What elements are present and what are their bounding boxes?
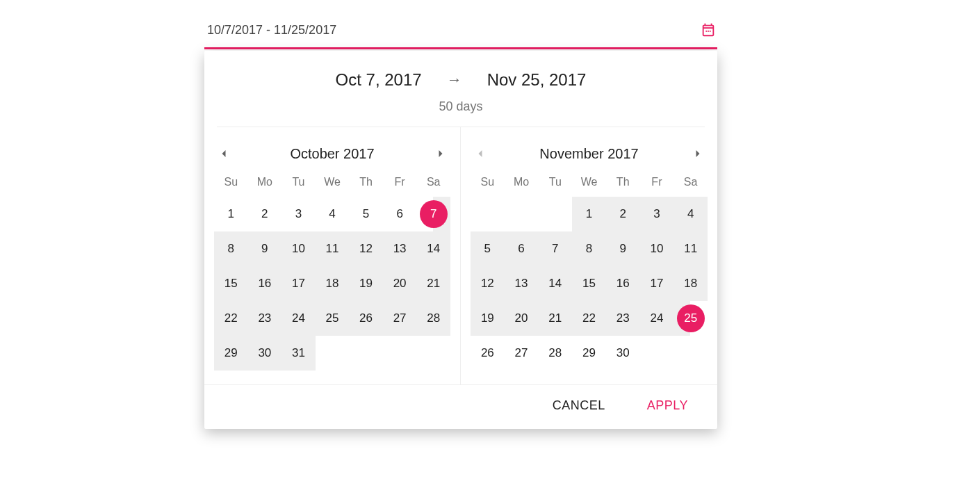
calendar-right: November 2017SuMoTuWeThFrSa1234567891011… (461, 127, 717, 384)
calendar-day[interactable]: 9 (248, 231, 282, 266)
calendar-day[interactable]: 24 (281, 301, 316, 336)
calendar-day[interactable]: 11 (316, 231, 350, 266)
calendar-day[interactable]: 22 (214, 301, 248, 336)
calendar-day-number: 25 (318, 304, 346, 332)
calendar-day[interactable]: 13 (383, 231, 417, 266)
next-month-button[interactable] (688, 144, 708, 163)
calendar-day[interactable]: 19 (471, 301, 505, 336)
calendar-day[interactable]: 21 (538, 301, 572, 336)
weekday-header: We (316, 169, 350, 197)
weekday-header: Sa (416, 169, 450, 197)
calendar-day[interactable]: 1 (572, 197, 606, 231)
calendar-blank (538, 197, 572, 231)
calendar-day[interactable]: 16 (606, 266, 640, 301)
calendar-day[interactable]: 17 (640, 266, 674, 301)
calendar-day-number: 21 (420, 270, 448, 298)
calendar-day[interactable]: 18 (673, 266, 708, 301)
range-header: Oct 7, 2017 → Nov 25, 2017 50 days (217, 51, 705, 127)
calendar-day[interactable]: 17 (281, 266, 316, 301)
calendar-day-number: 12 (473, 270, 501, 298)
calendar-day[interactable]: 2 (248, 197, 282, 231)
calendar-day[interactable]: 12 (349, 231, 383, 266)
calendar-day[interactable]: 4 (316, 197, 350, 231)
calendar-day-number: 20 (386, 270, 414, 298)
calendar-day[interactable]: 5 (349, 197, 383, 231)
calendar-day-number: 13 (507, 270, 535, 298)
calendar-day[interactable]: 6 (383, 197, 417, 231)
calendar-day-number: 28 (420, 304, 448, 332)
calendar-day[interactable]: 1 (214, 197, 248, 231)
calendar-day[interactable]: 26 (471, 336, 505, 371)
calendar-day-number: 22 (217, 304, 245, 332)
input-underline (204, 47, 717, 49)
calendar-day[interactable]: 29 (572, 336, 606, 371)
calendar-day-number: 1 (575, 200, 603, 228)
cancel-button[interactable]: CANCEL (548, 398, 610, 414)
weekday-header: Th (349, 169, 383, 197)
calendar-day[interactable]: 8 (214, 231, 248, 266)
calendar-day[interactable]: 2 (606, 197, 640, 231)
date-range-input[interactable]: 10/7/2017 - 11/25/2017 (204, 17, 717, 47)
calendar-day-number: 4 (318, 200, 346, 228)
prev-month-button[interactable] (214, 144, 234, 163)
calendar-day-number: 11 (677, 235, 705, 263)
calendar-day[interactable]: 4 (673, 197, 708, 231)
calendar-day[interactable]: 19 (349, 266, 383, 301)
calendar-day[interactable]: 25 (316, 301, 350, 336)
calendar-day-number: 19 (352, 270, 380, 298)
calendar-day[interactable]: 13 (505, 266, 539, 301)
calendar-day[interactable]: 14 (416, 231, 450, 266)
calendar-day[interactable]: 27 (383, 301, 417, 336)
weekday-header: We (572, 169, 606, 197)
calendar-day-number: 16 (609, 270, 637, 298)
calendar-day[interactable]: 7 (416, 197, 450, 231)
calendar-day-number: 10 (643, 235, 671, 263)
calendar-day[interactable]: 23 (606, 301, 640, 336)
calendar-day[interactable]: 27 (505, 336, 539, 371)
calendar-day[interactable]: 31 (281, 336, 316, 371)
calendar-day-number: 1 (217, 200, 245, 228)
calendar-day[interactable]: 9 (606, 231, 640, 266)
calendar-day[interactable]: 16 (248, 266, 282, 301)
calendar-day-number: 21 (541, 304, 569, 332)
calendar-day-number: 25 (677, 304, 705, 332)
calendar-day-number: 2 (609, 200, 637, 228)
calendar-day[interactable]: 26 (349, 301, 383, 336)
calendar-day[interactable]: 18 (316, 266, 350, 301)
weekday-header: Tu (538, 169, 572, 197)
calendar-day[interactable]: 23 (248, 301, 282, 336)
calendar-day[interactable]: 28 (538, 336, 572, 371)
calendar-day-number: 18 (318, 270, 346, 298)
calendar-day[interactable]: 7 (538, 231, 572, 266)
month-title: November 2017 (539, 146, 638, 162)
calendar-day[interactable]: 15 (214, 266, 248, 301)
calendar-day-number: 31 (284, 339, 312, 367)
calendar-day-number: 16 (251, 270, 279, 298)
calendar-day[interactable]: 15 (572, 266, 606, 301)
calendar-day[interactable]: 20 (383, 266, 417, 301)
calendar-day[interactable]: 10 (281, 231, 316, 266)
weekday-header: Mo (505, 169, 539, 197)
calendar-day[interactable]: 28 (416, 301, 450, 336)
calendar-day[interactable]: 11 (673, 231, 708, 266)
apply-button[interactable]: APPLY (643, 398, 692, 414)
chevron-left-icon (473, 147, 487, 161)
calendar-day[interactable]: 5 (471, 231, 505, 266)
calendar-day[interactable]: 29 (214, 336, 248, 371)
next-month-button[interactable] (431, 144, 450, 163)
calendar-day[interactable]: 12 (471, 266, 505, 301)
calendar-day[interactable]: 20 (505, 301, 539, 336)
calendar-day[interactable]: 24 (640, 301, 674, 336)
calendar-day[interactable]: 10 (640, 231, 674, 266)
calendar-day[interactable]: 30 (606, 336, 640, 371)
calendar-day[interactable]: 21 (416, 266, 450, 301)
calendar-day[interactable]: 14 (538, 266, 572, 301)
calendar-day[interactable]: 3 (281, 197, 316, 231)
calendar-day-number: 29 (575, 339, 603, 367)
calendar-day[interactable]: 30 (248, 336, 282, 371)
calendar-day[interactable]: 8 (572, 231, 606, 266)
calendar-day[interactable]: 6 (505, 231, 539, 266)
calendar-day[interactable]: 22 (572, 301, 606, 336)
calendar-day[interactable]: 25 (673, 301, 708, 336)
calendar-day[interactable]: 3 (640, 197, 674, 231)
